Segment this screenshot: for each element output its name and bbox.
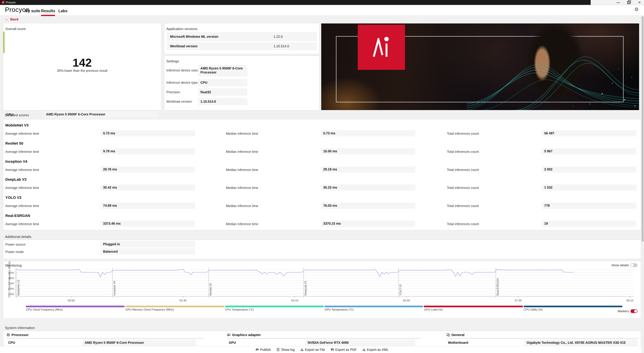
back-button[interactable]: ← Back <box>5 17 18 21</box>
graphics-column-header: Graphics adapter <box>227 333 261 337</box>
avg-inference-value-box: 28.76 ms <box>101 166 195 173</box>
cpu-value: AMD Ryzen 5 9500F 6-Core Processor <box>44 112 105 116</box>
scrollbar-thumb[interactable] <box>642 16 644 242</box>
minimize-icon[interactable] <box>616 0 620 4</box>
export-as-pdf-button[interactable]: Export as PDF <box>331 348 357 352</box>
total-inferences-label: Total inferences count <box>447 168 479 172</box>
overall-score-value: 142 <box>3 56 161 69</box>
avg-inference-value: 35.42 ms <box>101 186 117 190</box>
median-inference-value: 0.73 ms <box>321 132 335 135</box>
show-log-label: Show log <box>281 348 295 352</box>
legend-swatch <box>225 306 324 307</box>
additional-details-card: Power source Plugged in Power mode Balan… <box>3 240 641 259</box>
median-inference-label: Median inference time <box>226 150 258 154</box>
power-mode-label: Power mode <box>5 250 24 254</box>
svg-text:ResNet 50: ResNet 50 <box>209 283 212 296</box>
avg-inference-label: Average inference time <box>5 222 39 226</box>
active-tab-underline <box>41 15 55 16</box>
power-source-value-box: Plugged in <box>101 241 195 247</box>
score-accent-bar <box>3 32 4 53</box>
avg-inference-value: 3373.46 ms <box>101 222 120 226</box>
export-as-file-button[interactable]: Export as File <box>300 348 325 352</box>
model-name: Real-ESRGAN <box>5 214 30 218</box>
median-inference-label: Median inference time <box>226 186 258 190</box>
chart-x-tick: 07:30 <box>515 299 522 302</box>
sys-gpu-value-box: NVIDIA GeForce RTX 4090 <box>305 339 415 346</box>
chart-y-tick: 3500 <box>8 276 14 279</box>
legend-swatch <box>424 306 523 307</box>
sys-motherboard-value: Gigabyte Technology Co., Ltd. X870E AORU… <box>524 341 626 344</box>
vertical-scrollbar[interactable] <box>641 15 644 353</box>
chart-x-tick: 05:50 <box>403 299 410 302</box>
download-icon <box>362 348 366 351</box>
nav-item-labs[interactable]: Labs <box>58 8 68 13</box>
avg-inference-value-box: 3373.46 ms <box>101 220 195 227</box>
app-version-row: Microsoft Windows ML version 1.22.0 <box>167 32 317 41</box>
markers-toggle[interactable] <box>630 310 638 313</box>
sys-gpu-value: NVIDIA GeForce RTX 4090 <box>305 341 348 344</box>
median-inference-value: 3370.15 ms <box>321 222 341 226</box>
publish-button[interactable]: Publish <box>256 348 271 352</box>
chart-x-tick: 02:30 <box>180 299 186 302</box>
sys-motherboard-label: Motherboard <box>448 341 468 344</box>
graphics-column-title: Graphics adapter <box>232 333 261 337</box>
total-inferences-value: 1 532 <box>542 186 552 190</box>
total-inferences-label: Total inferences count <box>447 132 479 136</box>
main-navbar: Procyon My suite Results Labs ⚙ <box>0 5 644 15</box>
app-version-row-label: Workload version <box>167 44 274 48</box>
power-mode-value-box: Balanced <box>101 248 195 255</box>
legend-label: GPU Memory Clock Frequency (MHz) <box>126 308 174 311</box>
app-version-row-value: 1.10.514.0 <box>274 44 289 48</box>
sys-cpu-value-box: AMD Ryzen 5 9500F 6-Core Processor <box>82 339 196 346</box>
save-icon <box>331 348 334 351</box>
chart-x-tick: 00:50 <box>68 299 75 302</box>
export-as-pdf-label: Export as PDF <box>335 348 357 352</box>
total-inferences-label: Total inferences count <box>447 222 479 226</box>
general-column-header: General <box>446 333 464 337</box>
chart-y-axis-label: CPU Clock Frequency (MHz) <box>8 262 11 298</box>
setting-label: Workload version: <box>166 100 192 104</box>
processor-column-header: Processor <box>6 333 28 337</box>
maximize-icon[interactable] <box>627 0 631 4</box>
avg-inference-value-box: 9.79 ms <box>101 148 195 154</box>
nav-item-results[interactable]: Results <box>41 8 55 13</box>
setting-value: float32 <box>198 90 211 94</box>
chart-x-tick: 04:10 <box>291 299 298 302</box>
application-versions-title: Application versions <box>166 27 198 31</box>
close-icon[interactable]: × <box>638 0 642 4</box>
teal-wireframe-graphic <box>466 44 639 110</box>
show-details-toggle[interactable] <box>630 263 638 267</box>
median-inference-value-box: 76.03 ms <box>321 202 415 209</box>
back-arrow-icon: ← <box>5 17 9 21</box>
chart-y-tick: 2500 <box>8 282 14 284</box>
legend-swatch <box>524 306 622 307</box>
legend-label: GPU Temperature (°C) <box>324 308 354 311</box>
app-version-row-label: Microsoft Windows ML version <box>167 35 274 38</box>
svg-text:Real-ESRGAN: Real-ESRGAN <box>496 278 499 296</box>
median-inference-value-box: 10.00 ms <box>321 148 415 154</box>
total-inferences-label: Total inferences count <box>447 150 479 154</box>
model-name: ResNet 50 <box>5 141 23 145</box>
show-log-button[interactable]: Show log <box>276 348 295 352</box>
chart-legend: CPU Clock Frequency (MHz) GPU Memory Clo… <box>3 306 641 312</box>
total-inferences-value-box: 56 497 <box>542 130 636 136</box>
log-icon <box>276 348 280 351</box>
median-inference-value-box: 29.18 ms <box>321 166 415 173</box>
detailed-scores-card: MobileNet V3 Average inference time 0.73… <box>3 120 641 230</box>
legend-label: GPU Load (%) <box>424 308 443 311</box>
legend-swatch <box>126 306 224 307</box>
legend-swatch <box>324 306 423 307</box>
total-inferences-value: 56 497 <box>542 132 554 135</box>
settings-gear-icon[interactable]: ⚙ <box>634 7 639 12</box>
legend-label: CPU Temperature (°C) <box>225 308 254 311</box>
total-inferences-value: 2 002 <box>542 168 552 171</box>
export-as-xml-button[interactable]: Export as XML <box>362 348 388 352</box>
publish-label: Publish <box>260 348 271 352</box>
processor-column-title: Processor <box>12 333 29 337</box>
avg-inference-value-box: 74.89 ms <box>101 202 195 209</box>
monitoring-card: Monitoring Show details CPU Clock Freque… <box>3 261 641 318</box>
total-inferences-value-box: 18 <box>542 220 636 227</box>
devices-icon <box>446 333 450 336</box>
action-bar: Publish Show log Export as File Export a… <box>0 346 644 353</box>
nav-item-my-suite[interactable]: My suite <box>25 8 40 13</box>
